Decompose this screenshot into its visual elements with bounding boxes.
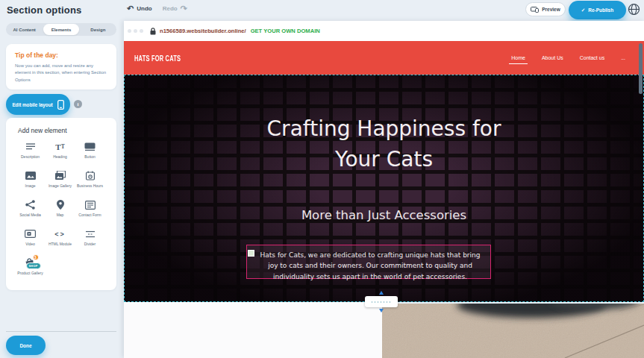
element-image[interactable]: Image [16, 170, 45, 194]
element-video[interactable]: Video [16, 228, 45, 252]
element-contact-form[interactable]: Contact Form [75, 199, 104, 223]
resize-dots-icon [372, 301, 391, 303]
drag-handle-icon[interactable] [248, 250, 254, 257]
site-nav: Home About Us Contact us ... [510, 41, 626, 75]
code-icon: <> [54, 228, 66, 239]
image-gallery-icon [55, 170, 66, 181]
preview-scrollbar[interactable] [639, 43, 643, 94]
language-globe-icon[interactable] [628, 3, 640, 16]
done-button[interactable]: Done [6, 336, 46, 355]
devices-icon [531, 7, 539, 13]
hero-paragraph: Hats for Cats, we are dedicated to craft… [260, 251, 481, 280]
element-grid: Description TT Heading Button Image [16, 141, 116, 281]
hero-heading[interactable]: Crafting Happiness for Your Cats [246, 114, 522, 175]
preview-button[interactable]: Preview [525, 2, 566, 16]
element-map[interactable]: Map [46, 199, 75, 223]
add-new-element-panel: Add new element Description TT Heading B… [6, 118, 116, 290]
element-description[interactable]: Description [16, 141, 45, 165]
undo-redo-group: ↶ Undo Redo ↷ [127, 4, 187, 13]
element-button[interactable]: Button [75, 141, 104, 165]
undo-button[interactable]: ↶ Undo [127, 4, 152, 13]
tab-elements[interactable]: Elements [43, 24, 78, 35]
preview-label: Preview [542, 7, 560, 12]
tip-body: Now you can add, move and resize any ele… [15, 63, 107, 84]
redo-button[interactable]: Redo ↷ [163, 4, 187, 13]
form-icon [85, 199, 96, 210]
site-preview: n1566589.websitebuilder.online/ GET YOUR… [124, 21, 644, 358]
share-icon [25, 199, 35, 210]
get-domain-link[interactable]: GET YOUR OWN DOMAIN [251, 28, 320, 34]
new-badge-icon: $ [33, 254, 39, 260]
nav-contact-us[interactable]: Contact us [579, 52, 605, 63]
lock-icon [150, 28, 156, 35]
nav-home[interactable]: Home [510, 52, 526, 63]
element-product-gallery[interactable]: $ SHOP Product Gallery [16, 257, 45, 281]
hero-paragraph-box[interactable]: Hats for Cats, we are dedicated to craft… [246, 245, 491, 279]
element-html-module[interactable]: <> HTML Module [46, 228, 75, 252]
element-image-gallery[interactable]: Image Gallery [46, 170, 75, 194]
site-url: n1566589.websitebuilder.online/ [160, 28, 246, 34]
sidebar-divider [6, 331, 116, 332]
tip-title: Tip of the day: [15, 51, 107, 59]
heading-icon: TT [55, 141, 64, 152]
sidebar-tabs: AI Content Elements Design [6, 23, 116, 36]
site-header: HATS FOR CATS Home About Us Contact us .… [124, 41, 644, 75]
check-icon: ✓ [581, 7, 585, 13]
undo-label: Undo [137, 5, 151, 12]
app-window: Section options ↶ Undo Redo ↷ Preview ✓ … [0, 0, 644, 358]
republish-button[interactable]: ✓ Re-Publish [569, 1, 626, 19]
edit-mobile-layout-button[interactable]: Edit mobile layout [6, 94, 70, 115]
browser-bar: n1566589.websitebuilder.online/ GET YOUR… [124, 21, 644, 41]
video-icon [25, 228, 36, 239]
republish-label: Re-Publish [588, 7, 613, 13]
site-logo[interactable]: HATS FOR CATS [134, 54, 181, 63]
calendar-icon [86, 170, 95, 181]
redo-label: Redo [163, 5, 178, 12]
hero-subheading[interactable]: More than Just Accessories [235, 208, 534, 222]
tab-design[interactable]: Design [81, 24, 116, 35]
element-business-hours[interactable]: Business Hours [75, 170, 104, 194]
tab-ai-content[interactable]: AI Content [7, 24, 42, 35]
hero-section-selected[interactable]: Crafting Happiness for Your Cats More th… [124, 75, 644, 302]
divider-icon [85, 228, 96, 239]
nav-more-icon[interactable]: ... [620, 52, 626, 63]
edit-mobile-label: Edit mobile layout [12, 102, 52, 107]
resize-arrow-up-icon [379, 291, 384, 295]
shop-badge: SHOP [26, 263, 41, 269]
tip-of-the-day-card: Tip of the day: Now you can add, move an… [6, 44, 116, 90]
image-icon [25, 170, 36, 181]
button-icon [84, 141, 96, 152]
info-icon[interactable]: i [74, 100, 82, 108]
add-element-title: Add new element [18, 127, 116, 134]
phone-icon [57, 100, 64, 110]
redo-arrow-icon: ↷ [181, 4, 187, 13]
map-pin-icon [57, 199, 64, 210]
next-section-blank[interactable] [124, 302, 382, 358]
element-social-media[interactable]: Social Media [16, 199, 45, 223]
element-heading[interactable]: TT Heading [46, 141, 75, 165]
text-lines-icon [25, 141, 36, 152]
browser-dots-icon [128, 29, 143, 33]
undo-arrow-icon: ↶ [127, 4, 134, 13]
carpet-photo[interactable] [382, 304, 644, 358]
page-title: Section options [7, 4, 82, 16]
resize-arrow-down-icon [379, 309, 384, 313]
section-resize-handle[interactable] [365, 296, 398, 307]
nav-about-us[interactable]: About Us [541, 52, 564, 63]
element-divider[interactable]: Divider [75, 228, 104, 252]
